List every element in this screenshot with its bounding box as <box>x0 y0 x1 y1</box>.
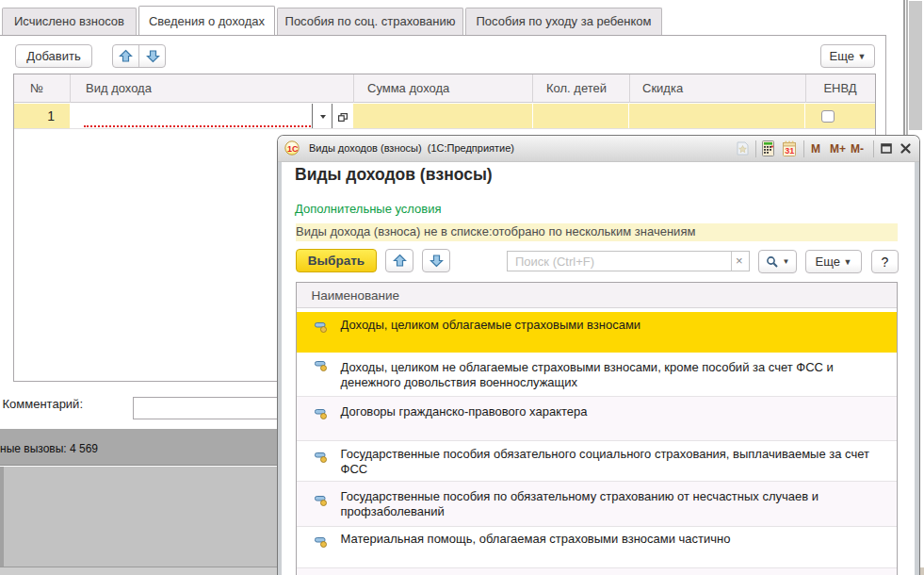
svg-text:31: 31 <box>785 146 794 156</box>
svg-text:1С: 1С <box>287 144 299 154</box>
